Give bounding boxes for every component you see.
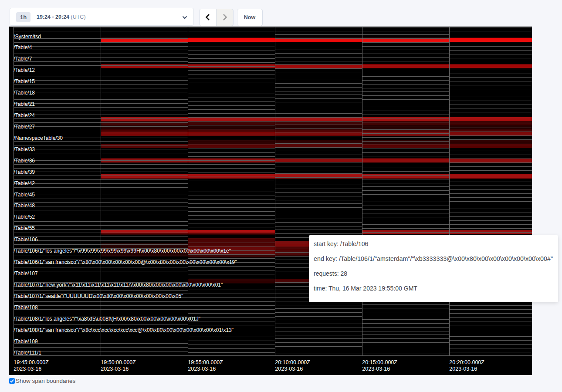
svg-text:20:10:00.000Z: 20:10:00.000Z: [275, 359, 310, 365]
svg-text:/Table/111/1: /Table/111/1: [14, 350, 41, 356]
svg-text:2023-03-16: 2023-03-16: [14, 366, 41, 372]
svg-text:2023-03-16: 2023-03-16: [101, 366, 129, 372]
svg-text:/Table/55: /Table/55: [14, 225, 35, 231]
svg-text:19:50:00.000Z: 19:50:00.000Z: [101, 359, 136, 365]
svg-text:/Table/109: /Table/109: [14, 338, 38, 345]
svg-text:2023-03-16: 2023-03-16: [362, 366, 390, 372]
svg-text:/Table/36: /Table/36: [14, 158, 35, 164]
svg-text:/Table/52: /Table/52: [14, 214, 35, 220]
svg-text:/Table/106/1/"los angeles"/"\x: /Table/106/1/"los angeles"/"\x99\x99\x99…: [14, 248, 231, 254]
svg-text:/Table/33: /Table/33: [14, 146, 35, 152]
svg-text:/Table/107/1/"seattle"/"UUUUUU: /Table/107/1/"seattle"/"UUUUUUD\x00\x80\…: [14, 293, 183, 299]
svg-text:20:20:00.000Z: 20:20:00.000Z: [449, 359, 484, 365]
svg-text:/Table/108/1/"los angeles"/"\x: /Table/108/1/"los angeles"/"\xa8\xf5\u00…: [14, 316, 200, 322]
svg-text:2023-03-16: 2023-03-16: [188, 366, 216, 372]
svg-text:/Table/4: /Table/4: [14, 44, 32, 51]
svg-text:2023-03-16: 2023-03-16: [275, 366, 303, 372]
svg-text:/Table/21: /Table/21: [14, 101, 35, 107]
svg-text:/Table/106: /Table/106: [14, 237, 38, 243]
svg-text:2023-03-16: 2023-03-16: [449, 366, 477, 372]
svg-text:19:55:00.000Z: 19:55:00.000Z: [188, 359, 223, 365]
svg-text:/Table/15: /Table/15: [14, 78, 35, 84]
svg-text:/Table/108: /Table/108: [14, 304, 38, 311]
svg-text:20:15:00.000Z: 20:15:00.000Z: [362, 359, 397, 365]
svg-text:19:45:00.000Z: 19:45:00.000Z: [14, 359, 49, 365]
svg-text:/System/tsd: /System/tsd: [14, 34, 41, 40]
svg-text:/Table/106/1/"san francisco"/": /Table/106/1/"san francisco"/"\x80\x00\x…: [14, 259, 237, 265]
svg-text:/Table/45: /Table/45: [14, 192, 35, 198]
svg-text:/Table/108/1/"san francisco"/": /Table/108/1/"san francisco"/"\x8c\xcc\x…: [14, 327, 234, 333]
svg-text:/Table/48: /Table/48: [14, 203, 35, 209]
svg-text:/Table/27: /Table/27: [14, 124, 35, 130]
svg-text:/Table/12: /Table/12: [14, 67, 35, 73]
svg-text:/Table/18: /Table/18: [14, 90, 35, 96]
svg-text:/Table/42: /Table/42: [14, 180, 35, 186]
svg-text:/Table/7: /Table/7: [14, 56, 32, 62]
svg-text:/Table/39: /Table/39: [14, 169, 35, 175]
svg-text:/Table/107: /Table/107: [14, 270, 38, 277]
svg-text:/Table/24: /Table/24: [14, 112, 35, 118]
svg-text:/NamespaceTable/30: /NamespaceTable/30: [14, 135, 63, 141]
svg-text:/Table/107/1/"new york"/"\x11\: /Table/107/1/"new york"/"\x11\x11\x11\x1…: [14, 282, 223, 288]
